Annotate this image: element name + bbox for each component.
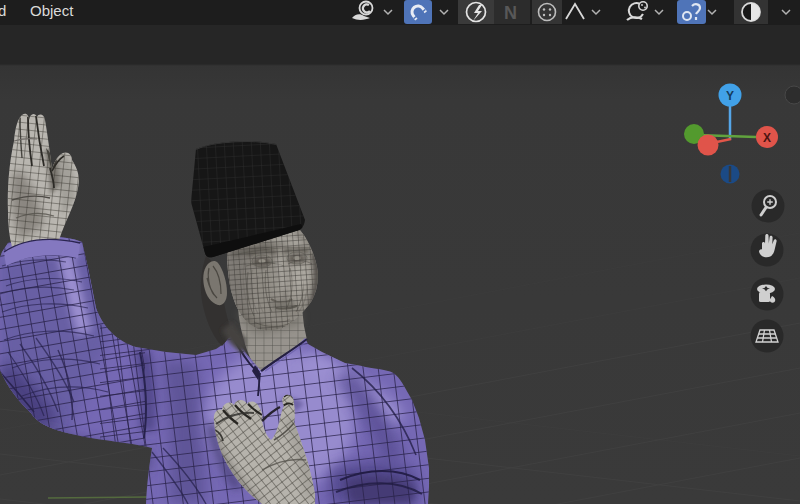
svg-text:Object: Object [30, 2, 74, 19]
svg-text:X: X [763, 131, 771, 145]
svg-text:N: N [504, 3, 517, 23]
svg-text:d: d [0, 2, 6, 19]
svg-text:Y: Y [726, 89, 734, 103]
